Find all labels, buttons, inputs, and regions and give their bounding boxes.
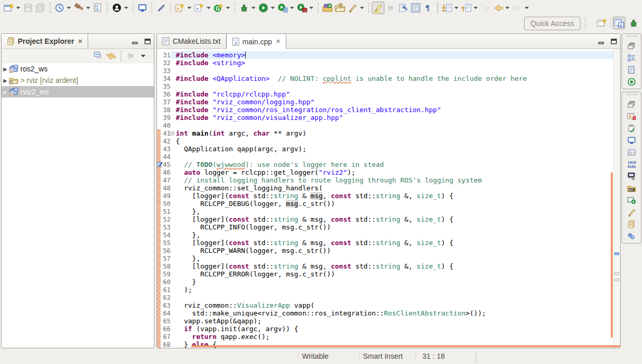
- line-number: 63: [161, 301, 171, 309]
- outline-icon[interactable]: [625, 53, 638, 62]
- drag-handle[interactable]: [626, 94, 637, 96]
- brush-icon[interactable]: [346, 2, 359, 14]
- docs-icon[interactable]: [625, 220, 638, 228]
- fold-ruler: [171, 270, 175, 278]
- user-profile-dropdown-icon[interactable]: [123, 2, 130, 14]
- new-wizard-dropdown-icon[interactable]: [15, 2, 22, 14]
- drag-handle[interactable]: [626, 35, 637, 38]
- import-project-icon[interactable]: [321, 2, 334, 14]
- brush-icon[interactable]: [625, 208, 638, 216]
- run-history-icon[interactable]: [276, 2, 289, 14]
- save-icon[interactable]: [22, 2, 34, 14]
- overview-annotation[interactable]: [614, 278, 619, 281]
- forward-icon[interactable]: [511, 2, 524, 14]
- goto-up-dropdown-icon[interactable]: [473, 2, 479, 14]
- tree-item-rviz2-ws[interactable]: ▶Cxrviz2_ws: [2, 86, 154, 98]
- memory-icon[interactable]: 10100101: [625, 160, 638, 168]
- minimize-icon[interactable]: [598, 39, 604, 44]
- new-c-class-dropdown-icon[interactable]: [186, 2, 193, 14]
- properties-icon[interactable]: [625, 148, 638, 156]
- terminal-icon[interactable]: [625, 172, 638, 180]
- clock-dropdown-icon[interactable]: [66, 2, 72, 14]
- collapse-all-icon[interactable]: [92, 50, 105, 62]
- open-declaration-icon[interactable]: [397, 2, 409, 14]
- problems-icon[interactable]: [625, 112, 638, 120]
- build-hammer-icon[interactable]: [72, 2, 85, 14]
- forward-dropdown-icon[interactable]: [524, 2, 530, 14]
- profile-icon[interactable]: [296, 2, 308, 14]
- console-icon[interactable]: [625, 136, 638, 144]
- persp-debug-icon[interactable]: [627, 17, 640, 29]
- show-source-icon[interactable]: [409, 2, 422, 14]
- open-folder-icon[interactable]: [334, 2, 346, 14]
- user-profile-icon[interactable]: [111, 2, 123, 14]
- build-hammer-dropdown-icon[interactable]: [85, 2, 92, 14]
- back-star-icon[interactable]: [479, 2, 492, 14]
- quick-diff-ruler: [157, 317, 161, 325]
- pen-slash-icon[interactable]: [155, 2, 167, 14]
- highlighter-icon[interactable]: [372, 2, 384, 14]
- close-icon[interactable]: ✕: [276, 38, 281, 45]
- persp-new-icon[interactable]: [596, 17, 608, 29]
- editor-tab-cmakelists-txt[interactable]: CMakeLists.txt: [157, 34, 226, 48]
- expand-arrow-icon[interactable]: ▶: [2, 66, 9, 72]
- goto-up-icon[interactable]: [460, 2, 473, 14]
- brush-dropdown-icon[interactable]: [359, 2, 366, 14]
- binary-file-icon[interactable]: 0110: [92, 2, 104, 14]
- overview-annotation[interactable]: [614, 252, 619, 255]
- horizontal-scrollbar[interactable]: [191, 345, 620, 347]
- clock-icon[interactable]: [53, 2, 66, 14]
- restore-icon[interactable]: [625, 41, 638, 50]
- tab-project-explorer[interactable]: Project Explorer ✕: [2, 34, 88, 48]
- expand-arrow-icon[interactable]: ▶: [2, 89, 9, 95]
- profile-dropdown-icon[interactable]: [308, 2, 315, 14]
- run-dropdown-icon[interactable]: [270, 2, 276, 14]
- dots-icon[interactable]: [384, 2, 397, 14]
- code-line-58: 58 [logger](const std::string & msg, con…: [157, 262, 620, 270]
- last-edit-dropdown-icon[interactable]: [453, 2, 460, 14]
- new-wizard-icon[interactable]: [3, 2, 15, 14]
- view-menu-icon[interactable]: [137, 50, 150, 62]
- vertical-scrollbar[interactable]: [611, 172, 613, 338]
- last-edit-icon[interactable]: [441, 2, 453, 14]
- run-history-dropdown-icon[interactable]: [289, 2, 296, 14]
- notes-icon[interactable]: [625, 65, 638, 74]
- persp-cpp-icon[interactable]: c: [613, 17, 625, 29]
- new-cpp-file-icon[interactable]: c: [193, 2, 205, 14]
- overview-ruler[interactable]: [613, 49, 620, 348]
- collapse-marker-icon[interactable]: [170, 131, 175, 136]
- git-icon[interactable]: GIT: [625, 184, 638, 192]
- code-line-33: 33: [157, 67, 620, 75]
- pilcrow-icon[interactable]: ¶: [422, 2, 434, 14]
- progress-icon[interactable]: [625, 196, 638, 204]
- expand-arrow-icon[interactable]: ▶: [2, 78, 9, 83]
- quick-access-button[interactable]: Quick Access: [524, 17, 580, 30]
- tasks-icon[interactable]: [625, 124, 638, 132]
- close-icon[interactable]: ✕: [78, 38, 82, 45]
- dots-blue-icon[interactable]: [625, 232, 638, 240]
- overview-annotation[interactable]: [614, 272, 619, 275]
- remote-console-icon[interactable]: [136, 2, 149, 14]
- back-icon[interactable]: [492, 2, 504, 14]
- tree-item--rviz-rviz-ardent-[interactable]: ▶> rviz [rviz ardent]: [2, 75, 154, 86]
- debug-dropdown-icon[interactable]: [250, 2, 257, 14]
- new-make-target-icon[interactable]: G: [212, 2, 225, 14]
- back-dropdown-icon[interactable]: [504, 2, 511, 14]
- editor-tab-main-cpp[interactable]: .cmain.cpp✕: [226, 34, 286, 49]
- task-marker-icon[interactable]: [157, 161, 163, 167]
- dots-icon[interactable]: [125, 50, 137, 62]
- new-cpp-file-dropdown-icon[interactable]: [205, 2, 212, 14]
- maximize-icon[interactable]: [144, 39, 151, 44]
- link-editor-icon[interactable]: [105, 50, 117, 62]
- save-all-icon[interactable]: [34, 2, 47, 14]
- debug-icon[interactable]: [238, 2, 250, 14]
- tree-item-ros2-ws[interactable]: ▶Cxros2_ws: [2, 63, 154, 75]
- restore-icon[interactable]: [625, 100, 638, 108]
- run-icon[interactable]: [257, 2, 270, 14]
- minimize-icon[interactable]: [132, 39, 138, 44]
- target-green-icon[interactable]: [625, 77, 638, 86]
- maximize-icon[interactable]: [611, 39, 617, 44]
- new-c-class-icon[interactable]: c: [174, 2, 186, 14]
- new-make-target-dropdown-icon[interactable]: [225, 2, 232, 14]
- code-editor[interactable]: 31#include <memory>32#include <string>33…: [157, 49, 620, 348]
